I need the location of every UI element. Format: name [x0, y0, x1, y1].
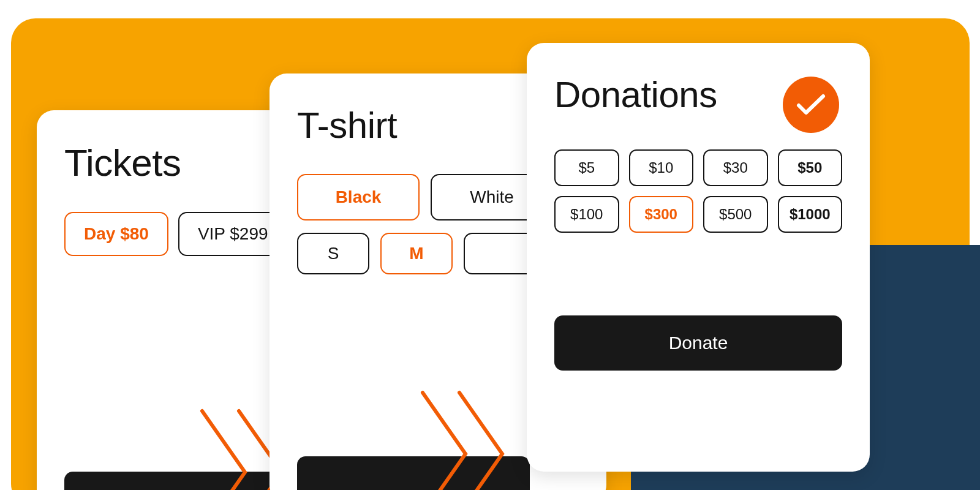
tshirt-size-row: S M — [297, 233, 554, 274]
check-badge-icon — [783, 77, 839, 133]
tshirt-size-next[interactable] — [464, 233, 536, 274]
donation-amount-1000[interactable]: $1000 — [778, 196, 843, 233]
donation-amount-500[interactable]: $500 — [703, 196, 768, 233]
donation-amount-100[interactable]: $100 — [554, 196, 619, 233]
tshirt-color-row: Black White — [297, 174, 554, 221]
donation-amount-5[interactable]: $5 — [554, 149, 619, 186]
ticket-option-day[interactable]: Day $80 — [64, 212, 168, 256]
tshirt-action-button[interactable] — [297, 456, 530, 490]
donation-amount-300[interactable]: $300 — [629, 196, 694, 233]
donate-button[interactable]: Donate — [554, 315, 842, 371]
donations-title: Donations — [554, 74, 717, 116]
tickets-action-button[interactable] — [64, 472, 297, 490]
tshirt-color-black[interactable]: Black — [297, 174, 420, 221]
donation-amount-50[interactable]: $50 — [778, 149, 843, 186]
donation-amount-30[interactable]: $30 — [703, 149, 768, 186]
donation-amount-10[interactable]: $10 — [629, 149, 694, 186]
donation-amount-grid: $5 $10 $30 $50 $100 $300 $500 $1000 — [554, 149, 842, 233]
tshirt-size-m[interactable]: M — [380, 233, 453, 274]
donations-card: Donations $5 $10 $30 $50 $100 $300 $500 … — [527, 43, 870, 472]
tshirt-size-s[interactable]: S — [297, 233, 369, 274]
